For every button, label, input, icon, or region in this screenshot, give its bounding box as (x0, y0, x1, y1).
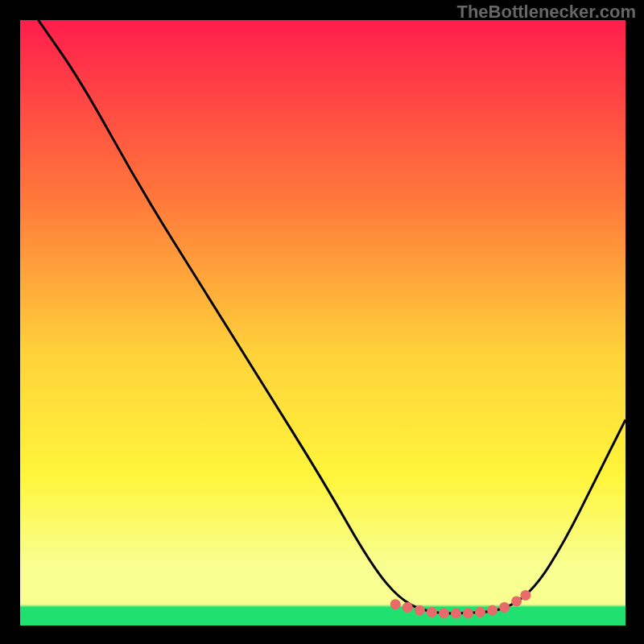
optimal-dot (520, 590, 530, 601)
chart-svg (20, 20, 625, 625)
attribution-text: TheBottlenecker.com (456, 2, 636, 23)
optimal-dot (487, 605, 497, 616)
optimal-dot (402, 602, 413, 613)
optimal-dot (415, 605, 425, 616)
optimal-dot (475, 607, 485, 617)
optimal-dot (427, 607, 437, 617)
optimal-dot (451, 608, 461, 618)
optimal-dot (511, 596, 522, 606)
optimal-dot (499, 602, 510, 613)
optimal-dot (463, 608, 473, 618)
optimal-dot (390, 599, 401, 609)
chart-plot-area (20, 20, 625, 625)
gradient-background (20, 20, 625, 625)
optimal-dot (439, 608, 449, 618)
